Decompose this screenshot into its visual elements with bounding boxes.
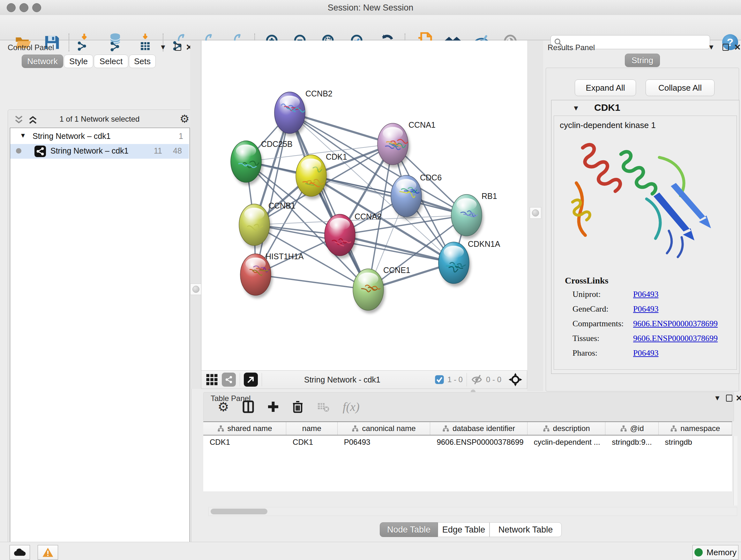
edge-CCNB2-HIST1H1A[interactable] — [256, 113, 290, 274]
network-name: String Network – cdk1 — [51, 146, 129, 155]
network-canvas[interactable]: CCNB2CCNA1CDC25BCDK1CDC6RB1CCNB1CCNA2HIS… — [201, 41, 528, 370]
crosslink-tissues-link[interactable]: 9606.ENSP00000378699 — [633, 334, 718, 343]
network-share-icon[interactable] — [222, 373, 236, 387]
column-type-icon — [352, 425, 359, 432]
column-label: description — [553, 424, 590, 433]
string-network-badge-icon — [35, 145, 46, 157]
panel-float-icon[interactable] — [723, 44, 729, 51]
tab-edge-table[interactable]: Edge Table — [438, 522, 489, 537]
collapse-all-button[interactable]: Collapse All — [646, 79, 715, 96]
table-cell[interactable]: stringdb — [659, 435, 732, 449]
node-gloss — [358, 273, 378, 285]
node-gloss — [456, 198, 476, 211]
control-panel-title: Control Panel — [8, 43, 54, 52]
network-collection-row[interactable]: ▼ String Network – cdk1 1 — [10, 129, 189, 144]
scrollbar-thumb[interactable] — [211, 509, 267, 514]
node-gloss — [330, 218, 350, 231]
edge-count: 48 — [173, 146, 182, 155]
crosslink-compartments-link[interactable]: 9606.ENSP00000378699 — [633, 319, 718, 328]
edge-CDK1-RB1[interactable] — [311, 176, 467, 215]
crosslinks-title: CrossLinks — [565, 275, 608, 286]
panel-menu-icon[interactable]: ▼ — [159, 43, 166, 51]
column-header-description[interactable]: description — [528, 422, 606, 435]
column-header--id[interactable]: @id — [605, 422, 658, 435]
table-cell[interactable]: CDK1 — [203, 435, 286, 449]
panel-float-icon[interactable] — [726, 395, 732, 401]
node-label-RB1: RB1 — [482, 192, 497, 200]
birdseye-grid-icon[interactable] — [206, 374, 218, 386]
crosslink-pharos-link[interactable]: P06493 — [633, 348, 658, 358]
column-header-database-identifier[interactable]: database identifier — [430, 422, 527, 435]
node-gloss — [301, 159, 321, 171]
node-label-HIST1H1A: HIST1H1A — [266, 252, 304, 261]
hidden-counts: 0 - 0 — [486, 375, 501, 384]
tab-sets[interactable]: Sets — [129, 55, 156, 68]
hidden-eye-slash-icon[interactable] — [471, 374, 483, 385]
delete-column-trash-icon[interactable] — [292, 400, 303, 413]
selected-checkbox-icon[interactable] — [434, 375, 444, 384]
tab-select[interactable]: Select — [94, 55, 128, 68]
node-label-CDC6: CDC6 — [420, 173, 442, 182]
control-panel: Control Panel ▼ ✕ Network Style Select S… — [3, 41, 190, 534]
table-cell[interactable]: P06493 — [338, 435, 430, 449]
birdseye-position-icon[interactable] — [509, 373, 522, 387]
panel-close-icon[interactable]: ✕ — [736, 393, 741, 403]
collection-count: 1 — [179, 132, 183, 141]
card-expander-icon[interactable]: ▼ — [572, 104, 580, 112]
panel-float-icon[interactable] — [175, 44, 181, 51]
divider-grip[interactable] — [530, 207, 541, 219]
column-label: shared name — [227, 424, 272, 433]
open-in-window-icon[interactable] — [244, 373, 258, 387]
edge-CCNB2-CCNE1[interactable] — [290, 113, 368, 290]
table-row[interactable]: CDK1CDK1P064939606.ENSP00000378699cyclin… — [203, 435, 732, 449]
node-label-CDK1: CDK1 — [326, 152, 347, 161]
table-vertical-scrollbar[interactable] — [733, 436, 738, 505]
table-horizontal-scrollbar[interactable] — [208, 507, 737, 516]
panel-menu-icon[interactable]: ▼ — [708, 43, 715, 51]
selected-counts: 1 - 0 — [448, 375, 463, 384]
tab-node-table[interactable]: Node Table — [380, 522, 438, 537]
create-column-plus-icon[interactable] — [267, 401, 279, 413]
cloud-status-button[interactable] — [10, 545, 30, 560]
table-cell[interactable]: stringdb:9... — [605, 435, 658, 449]
cdk1-details: cyclin-dependent kinase 1 CrossLinks Un — [554, 116, 737, 370]
panel-divider-right[interactable] — [527, 41, 543, 391]
crosslink-uniprot-link[interactable]: P06493 — [633, 290, 658, 299]
column-header-name[interactable]: name — [286, 422, 337, 435]
divider-grip[interactable] — [190, 284, 202, 295]
panel-menu-icon[interactable]: ▼ — [714, 394, 721, 402]
tab-network-table[interactable]: Network Table — [489, 522, 562, 537]
table-cell[interactable]: CDK1 — [286, 435, 338, 449]
cloud-icon — [13, 548, 26, 557]
node-gloss — [280, 96, 300, 108]
card-gene-name: CDK1 — [594, 102, 620, 113]
string-network-graph[interactable]: CCNB2CCNA1CDC25BCDK1CDC6RB1CCNB1CCNA2HIS… — [201, 41, 528, 370]
tab-string[interactable]: String — [625, 54, 660, 67]
tab-style[interactable]: Style — [64, 55, 93, 68]
expand-all-button[interactable]: Expand All — [575, 79, 636, 96]
footer-separator — [240, 373, 240, 386]
network-row-selected[interactable]: String Network – cdk1 11 48 — [10, 144, 189, 159]
column-type-icon — [620, 425, 627, 432]
node-gloss — [396, 179, 416, 192]
warning-status-button[interactable] — [38, 545, 58, 560]
crosslink-genecard-link[interactable]: P06493 — [633, 304, 658, 314]
panel-close-icon[interactable]: ✕ — [734, 43, 741, 52]
crosslink-label: Tissues: — [572, 334, 599, 343]
delete-table-icon[interactable] — [317, 401, 329, 412]
network-options-gear-icon[interactable]: ⚙ — [180, 112, 189, 125]
tab-network[interactable]: Network — [22, 55, 63, 68]
table-cell[interactable]: cyclin-dependent ... — [527, 435, 605, 449]
table-cell[interactable]: 9606.ENSP00000378699 — [430, 435, 527, 449]
node-gloss — [444, 246, 464, 258]
function-builder-icon[interactable]: f(x) — [343, 400, 360, 414]
tree-expander-icon[interactable]: ▼ — [20, 132, 26, 139]
node-label-CCNA2: CCNA2 — [354, 212, 382, 221]
column-header-shared-name[interactable]: shared name — [203, 422, 286, 435]
column-label: database identifier — [453, 424, 515, 433]
column-header-canonical-name[interactable]: canonical name — [338, 422, 430, 435]
table-toolbar: ⚙ f(x) — [203, 392, 734, 422]
column-header-namespace[interactable]: namespace — [659, 422, 732, 435]
panel-divider-left[interactable] — [190, 41, 201, 389]
memory-button[interactable]: Memory — [692, 545, 738, 560]
